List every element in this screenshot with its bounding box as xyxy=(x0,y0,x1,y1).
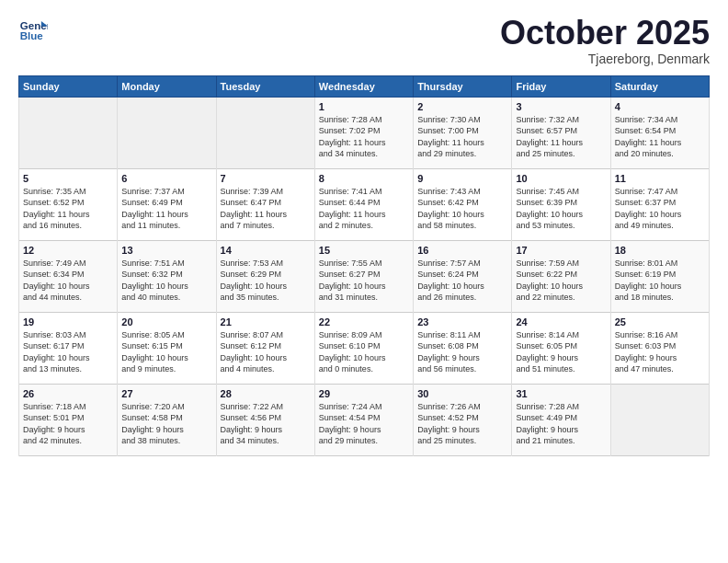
day-info: Sunrise: 7:59 AM Sunset: 6:22 PM Dayligh… xyxy=(516,258,606,304)
day-cell: 13Sunrise: 7:51 AM Sunset: 6:32 PM Dayli… xyxy=(118,240,216,312)
day-number: 13 xyxy=(121,245,211,256)
day-number: 26 xyxy=(23,388,113,399)
header-cell-wednesday: Wednesday xyxy=(314,75,413,97)
day-info: Sunrise: 7:28 AM Sunset: 7:02 PM Dayligh… xyxy=(319,114,409,160)
day-number: 27 xyxy=(121,388,211,399)
day-number: 8 xyxy=(319,173,409,184)
calendar-body: 1Sunrise: 7:28 AM Sunset: 7:02 PM Daylig… xyxy=(19,97,710,455)
day-number: 11 xyxy=(615,173,705,184)
day-info: Sunrise: 7:49 AM Sunset: 6:34 PM Dayligh… xyxy=(23,258,113,304)
day-number: 10 xyxy=(516,173,606,184)
day-info: Sunrise: 7:30 AM Sunset: 7:00 PM Dayligh… xyxy=(417,114,507,160)
day-cell: 26Sunrise: 7:18 AM Sunset: 5:01 PM Dayli… xyxy=(19,384,118,455)
day-info: Sunrise: 7:28 AM Sunset: 4:49 PM Dayligh… xyxy=(516,401,606,447)
calendar-table: SundayMondayTuesdayWednesdayThursdayFrid… xyxy=(18,75,710,456)
day-cell: 24Sunrise: 8:14 AM Sunset: 6:05 PM Dayli… xyxy=(512,312,610,384)
day-cell xyxy=(610,384,709,455)
header-row: SundayMondayTuesdayWednesdayThursdayFrid… xyxy=(19,75,710,97)
day-cell: 25Sunrise: 8:16 AM Sunset: 6:03 PM Dayli… xyxy=(610,312,709,384)
day-cell: 7Sunrise: 7:39 AM Sunset: 6:47 PM Daylig… xyxy=(216,168,314,240)
day-cell: 27Sunrise: 7:20 AM Sunset: 4:58 PM Dayli… xyxy=(118,384,216,455)
day-info: Sunrise: 7:43 AM Sunset: 6:42 PM Dayligh… xyxy=(417,186,507,232)
day-number: 1 xyxy=(319,101,409,112)
day-cell: 6Sunrise: 7:37 AM Sunset: 6:49 PM Daylig… xyxy=(118,168,216,240)
day-cell xyxy=(19,97,118,168)
day-cell: 31Sunrise: 7:28 AM Sunset: 4:49 PM Dayli… xyxy=(512,384,610,455)
header-cell-saturday: Saturday xyxy=(610,75,709,97)
day-info: Sunrise: 7:24 AM Sunset: 4:54 PM Dayligh… xyxy=(319,401,409,447)
day-cell: 21Sunrise: 8:07 AM Sunset: 6:12 PM Dayli… xyxy=(216,312,314,384)
month-title: October 2025 xyxy=(500,15,710,52)
header-cell-monday: Monday xyxy=(118,75,216,97)
day-cell: 29Sunrise: 7:24 AM Sunset: 4:54 PM Dayli… xyxy=(314,384,413,455)
week-row-3: 12Sunrise: 7:49 AM Sunset: 6:34 PM Dayli… xyxy=(19,240,710,312)
logo-icon: General Blue xyxy=(18,15,48,44)
day-number: 12 xyxy=(23,245,113,256)
day-number: 15 xyxy=(319,245,409,256)
day-cell: 28Sunrise: 7:22 AM Sunset: 4:56 PM Dayli… xyxy=(216,384,314,455)
day-number: 20 xyxy=(121,316,211,327)
day-number: 7 xyxy=(221,173,311,184)
day-number: 23 xyxy=(417,316,507,327)
calendar-page: General Blue October 2025 Tjaereborg, De… xyxy=(0,0,728,563)
day-number: 22 xyxy=(319,316,409,327)
day-cell: 3Sunrise: 7:32 AM Sunset: 6:57 PM Daylig… xyxy=(512,97,610,168)
day-number: 31 xyxy=(516,388,606,399)
day-info: Sunrise: 8:14 AM Sunset: 6:05 PM Dayligh… xyxy=(516,329,606,375)
day-cell: 15Sunrise: 7:55 AM Sunset: 6:27 PM Dayli… xyxy=(314,240,413,312)
day-cell: 23Sunrise: 8:11 AM Sunset: 6:08 PM Dayli… xyxy=(414,312,512,384)
day-info: Sunrise: 7:35 AM Sunset: 6:52 PM Dayligh… xyxy=(23,186,113,232)
title-area: October 2025 Tjaereborg, Denmark xyxy=(500,15,710,66)
day-cell xyxy=(216,97,314,168)
day-cell: 14Sunrise: 7:53 AM Sunset: 6:29 PM Dayli… xyxy=(216,240,314,312)
day-info: Sunrise: 8:16 AM Sunset: 6:03 PM Dayligh… xyxy=(615,329,705,375)
day-cell xyxy=(118,97,216,168)
day-cell: 19Sunrise: 8:03 AM Sunset: 6:17 PM Dayli… xyxy=(19,312,118,384)
day-cell: 12Sunrise: 7:49 AM Sunset: 6:34 PM Dayli… xyxy=(19,240,118,312)
day-number: 18 xyxy=(615,245,705,256)
week-row-5: 26Sunrise: 7:18 AM Sunset: 5:01 PM Dayli… xyxy=(19,384,710,455)
week-row-4: 19Sunrise: 8:03 AM Sunset: 6:17 PM Dayli… xyxy=(19,312,710,384)
header-cell-tuesday: Tuesday xyxy=(216,75,314,97)
day-cell: 4Sunrise: 7:34 AM Sunset: 6:54 PM Daylig… xyxy=(610,97,709,168)
day-cell: 2Sunrise: 7:30 AM Sunset: 7:00 PM Daylig… xyxy=(414,97,512,168)
day-info: Sunrise: 7:26 AM Sunset: 4:52 PM Dayligh… xyxy=(417,401,507,447)
day-number: 29 xyxy=(319,388,409,399)
day-info: Sunrise: 7:45 AM Sunset: 6:39 PM Dayligh… xyxy=(516,186,606,232)
day-info: Sunrise: 8:05 AM Sunset: 6:15 PM Dayligh… xyxy=(121,329,211,375)
day-number: 19 xyxy=(23,316,113,327)
location: Tjaereborg, Denmark xyxy=(500,52,710,66)
day-info: Sunrise: 7:22 AM Sunset: 4:56 PM Dayligh… xyxy=(221,401,311,447)
day-number: 5 xyxy=(23,173,113,184)
day-info: Sunrise: 7:37 AM Sunset: 6:49 PM Dayligh… xyxy=(121,186,211,232)
calendar-header: SundayMondayTuesdayWednesdayThursdayFrid… xyxy=(19,75,710,97)
day-cell: 22Sunrise: 8:09 AM Sunset: 6:10 PM Dayli… xyxy=(314,312,413,384)
day-number: 24 xyxy=(516,316,606,327)
day-number: 17 xyxy=(516,245,606,256)
day-info: Sunrise: 8:01 AM Sunset: 6:19 PM Dayligh… xyxy=(615,258,705,304)
day-number: 6 xyxy=(121,173,211,184)
header-cell-thursday: Thursday xyxy=(414,75,512,97)
day-number: 9 xyxy=(417,173,507,184)
day-cell: 18Sunrise: 8:01 AM Sunset: 6:19 PM Dayli… xyxy=(610,240,709,312)
day-info: Sunrise: 8:09 AM Sunset: 6:10 PM Dayligh… xyxy=(319,329,409,375)
day-info: Sunrise: 7:57 AM Sunset: 6:24 PM Dayligh… xyxy=(417,258,507,304)
day-info: Sunrise: 7:47 AM Sunset: 6:37 PM Dayligh… xyxy=(615,186,705,232)
day-info: Sunrise: 7:34 AM Sunset: 6:54 PM Dayligh… xyxy=(615,114,705,160)
week-row-1: 1Sunrise: 7:28 AM Sunset: 7:02 PM Daylig… xyxy=(19,97,710,168)
day-cell: 10Sunrise: 7:45 AM Sunset: 6:39 PM Dayli… xyxy=(512,168,610,240)
day-cell: 8Sunrise: 7:41 AM Sunset: 6:44 PM Daylig… xyxy=(314,168,413,240)
day-cell: 17Sunrise: 7:59 AM Sunset: 6:22 PM Dayli… xyxy=(512,240,610,312)
day-info: Sunrise: 7:18 AM Sunset: 5:01 PM Dayligh… xyxy=(23,401,113,447)
day-cell: 20Sunrise: 8:05 AM Sunset: 6:15 PM Dayli… xyxy=(118,312,216,384)
day-info: Sunrise: 7:32 AM Sunset: 6:57 PM Dayligh… xyxy=(516,114,606,160)
day-info: Sunrise: 8:11 AM Sunset: 6:08 PM Dayligh… xyxy=(417,329,507,375)
day-info: Sunrise: 7:41 AM Sunset: 6:44 PM Dayligh… xyxy=(319,186,409,232)
day-number: 25 xyxy=(615,316,705,327)
svg-text:Blue: Blue xyxy=(20,30,44,41)
day-number: 2 xyxy=(417,101,507,112)
day-number: 16 xyxy=(417,245,507,256)
day-info: Sunrise: 7:51 AM Sunset: 6:32 PM Dayligh… xyxy=(121,258,211,304)
week-row-2: 5Sunrise: 7:35 AM Sunset: 6:52 PM Daylig… xyxy=(19,168,710,240)
day-cell: 5Sunrise: 7:35 AM Sunset: 6:52 PM Daylig… xyxy=(19,168,118,240)
